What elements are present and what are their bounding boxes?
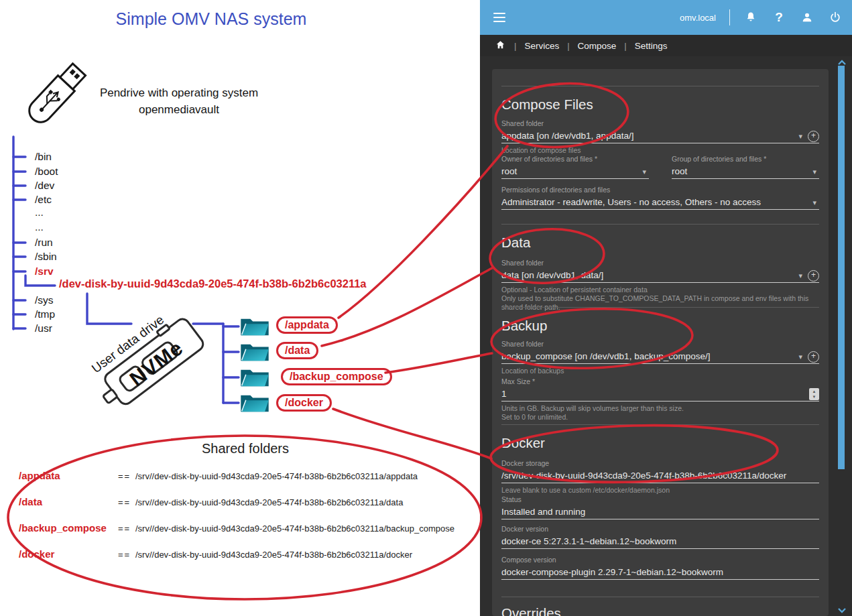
backup-shared-folder-field: Shared folder backup_compose [on /dev/vd… bbox=[501, 340, 819, 375]
section-divider bbox=[501, 307, 819, 308]
section-title-data: Data bbox=[501, 235, 530, 251]
section-divider bbox=[501, 597, 819, 597]
docker-version-field: Docker version docker-ce 5:27.3.1-1~debi… bbox=[501, 525, 819, 549]
folder-icon-appdata bbox=[241, 319, 268, 335]
folder-label-data: /data bbox=[276, 342, 318, 359]
chevron-down-icon: ▾ bbox=[812, 165, 816, 178]
chevron-down-icon: ▾ bbox=[798, 350, 802, 363]
shared-folders-list: /appdata == /srv//dev-disk-by-uuid-9d43c… bbox=[19, 470, 468, 574]
compose-version-value: docker-compose-plugin 2.29.7-1~debian.12… bbox=[501, 566, 819, 580]
usb-pendrive-icon bbox=[25, 62, 88, 127]
shared-folder-row: /backup_compose == /srv//dev-disk-by-uui… bbox=[19, 522, 468, 536]
add-shared-folder-button[interactable]: + bbox=[808, 270, 819, 282]
section-title-docker: Docker bbox=[501, 435, 545, 451]
owner-select[interactable]: root ▾ bbox=[501, 165, 649, 179]
chevron-down-icon: ▾ bbox=[812, 196, 816, 209]
tree-item-sbin: /sbin bbox=[35, 249, 57, 263]
section-divider bbox=[501, 86, 819, 86]
power-icon[interactable] bbox=[828, 10, 843, 25]
compose-version-field: Compose version docker-compose-plugin 2.… bbox=[501, 556, 819, 580]
header-divider bbox=[729, 9, 730, 25]
shared-folders-title: Shared folders bbox=[60, 441, 430, 456]
scroll-down-icon[interactable] bbox=[837, 604, 847, 616]
data-shared-folder-select[interactable]: data [on /dev/vdb1, data/] ▾ + bbox=[501, 269, 819, 283]
scrollbar[interactable] bbox=[835, 56, 849, 616]
tree-item-bin: /bin bbox=[35, 149, 52, 164]
group-field: Group of directories and files * root ▾ bbox=[672, 155, 819, 179]
folder-icon-backup-compose bbox=[241, 370, 268, 386]
section-title-backup: Backup bbox=[501, 318, 547, 334]
chevron-down-icon: ▾ bbox=[798, 269, 802, 282]
shared-folder-row: /appdata == /srv//dev-disk-by-uuid-9d43c… bbox=[19, 470, 468, 484]
folder-label-appdata: /appdata bbox=[276, 316, 338, 334]
data-shared-folder-field: Shared folder data [on /dev/vdb1, data/]… bbox=[501, 259, 819, 312]
section-title-compose-files: Compose Files bbox=[501, 97, 593, 113]
tree-item-boot: /boot bbox=[35, 164, 58, 178]
owner-group-row: Owner of directories and files * root ▾ … bbox=[501, 155, 819, 179]
max-size-field: Max Size * 1 ▲▼ Units in GB. Backup will… bbox=[501, 377, 819, 422]
section-divider bbox=[501, 224, 819, 225]
docker-storage-input[interactable]: /srv/dev-disk-by-uuid-9d43cda9-20e5-474f… bbox=[501, 469, 819, 483]
permissions-field: Permissions of directories and files Adm… bbox=[501, 186, 819, 210]
group-select[interactable]: root ▾ bbox=[672, 165, 819, 179]
section-divider bbox=[501, 424, 819, 425]
tree-item-etc: /etc bbox=[35, 192, 52, 206]
docker-status-value: Installed and running bbox=[501, 505, 819, 519]
uuid-disk-path: /dev-disk-by-uuid-9d43cda9-20e5-474f-b38… bbox=[59, 278, 367, 290]
hostname: omv.local bbox=[680, 13, 716, 23]
section-title-overrides: Overrides bbox=[501, 605, 561, 616]
chevron-down-icon: ▾ bbox=[798, 129, 802, 143]
omv-webui-panel: omv.local ? | Services | Compos bbox=[480, 0, 852, 616]
max-size-input[interactable]: 1 ▲▼ bbox=[501, 387, 819, 402]
tree-item-dev: /dev bbox=[35, 178, 54, 192]
tree-item-run: /run bbox=[35, 235, 53, 249]
breadcrumb-compose[interactable]: Compose bbox=[578, 41, 617, 51]
docker-status-field: Status Installed and running bbox=[501, 495, 819, 519]
shared-folder-row: /docker == /srv//dev-disk-by-uuid-9d43cd… bbox=[19, 548, 468, 562]
docker-storage-field: Docker storage /srv/dev-disk-by-uuid-9d4… bbox=[501, 459, 819, 495]
folder-icon-data bbox=[241, 345, 268, 361]
chevron-down-icon: ▾ bbox=[642, 165, 646, 178]
docker-version-value: docker-ce 5:27.3.1-1~debian.12~bookworm bbox=[501, 535, 819, 549]
home-icon[interactable] bbox=[495, 40, 506, 52]
breadcrumb-settings[interactable]: Settings bbox=[635, 41, 668, 51]
breadcrumb: | Services | Compose | Settings bbox=[480, 35, 852, 56]
add-shared-folder-button[interactable]: + bbox=[808, 351, 819, 363]
screenshot-stage: Simple OMV NAS system Pendrive with oper… bbox=[0, 0, 852, 616]
app-header: omv.local ? bbox=[480, 0, 852, 35]
backup-shared-folder-select[interactable]: backup_compose [on /dev/vdb1, backup_com… bbox=[501, 350, 819, 364]
tree-item-dots2: ... bbox=[35, 220, 44, 234]
nvme-drive-icon: User data drive NVMe bbox=[82, 302, 206, 414]
folder-label-docker: /docker bbox=[276, 394, 332, 412]
settings-card: Compose Files Shared folder appdata [on … bbox=[492, 69, 829, 616]
owner-field: Owner of directories and files * root ▾ bbox=[501, 155, 649, 179]
tree-item-sys: /sys bbox=[35, 293, 54, 307]
add-shared-folder-button[interactable]: + bbox=[808, 131, 819, 142]
number-stepper[interactable]: ▲▼ bbox=[809, 388, 819, 400]
tree-item-usr: /usr bbox=[35, 321, 52, 335]
tree-item-tmp: /tmp bbox=[35, 307, 55, 321]
menu-icon[interactable] bbox=[493, 13, 505, 23]
help-icon[interactable]: ? bbox=[772, 10, 786, 25]
bell-icon[interactable] bbox=[743, 10, 758, 25]
breadcrumb-services[interactable]: Services bbox=[524, 41, 559, 51]
folder-icon-docker bbox=[241, 395, 268, 412]
compose-shared-folder-select[interactable]: appdata [on /dev/vdb1, appdata/] ▾ + bbox=[501, 129, 819, 143]
compose-shared-folder-field: Shared folder appdata [on /dev/vdb1, app… bbox=[501, 119, 819, 155]
shared-folder-row: /data == /srv//dev-disk-by-uuid-9d43cda9… bbox=[19, 496, 468, 510]
tree-item-srv: /srv bbox=[35, 264, 54, 278]
permissions-select[interactable]: Administrator - read/write, Users - no a… bbox=[501, 196, 819, 210]
user-icon[interactable] bbox=[800, 10, 814, 25]
tree-item-dots1: ... bbox=[35, 205, 44, 219]
scrollbar-thumb[interactable] bbox=[838, 66, 845, 469]
folder-label-backup-compose: /backup_compose bbox=[281, 368, 392, 385]
